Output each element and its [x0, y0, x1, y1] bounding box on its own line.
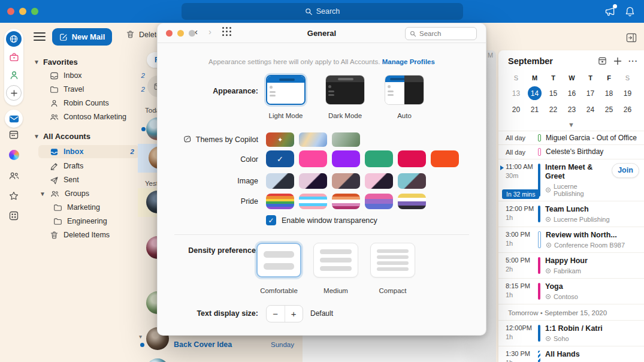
sidebar-item-groups[interactable]: ▼ Groups — [40, 187, 140, 200]
hamburger-menu-icon[interactable] — [34, 32, 46, 41]
rail-calendar-icon[interactable] — [0, 129, 28, 140]
event-title: 1:1 Robin / Katri — [545, 324, 639, 333]
agenda-event[interactable]: All day Miguel Garcia - Out of Office — [498, 131, 644, 144]
day-cell[interactable]: 18 — [600, 85, 618, 101]
close-window-button[interactable] — [7, 8, 14, 15]
sidebar-item-inbox-fav[interactable]: Inbox 2 — [49, 69, 150, 82]
day-cell[interactable]: 15 — [544, 85, 563, 101]
bell-icon[interactable] — [624, 6, 636, 17]
agenda-event[interactable]: 5:00 PM 2h Happy Hour Fabrikam — [498, 252, 644, 278]
collapse-panel-icon[interactable] — [626, 33, 637, 43]
decrease-text-size-button[interactable]: − — [267, 306, 285, 322]
agenda-event[interactable]: 12:00 PM 1h Team Lunch Lucerne Publishin… — [498, 201, 644, 227]
account-personal-icon[interactable] — [6, 67, 22, 83]
sidebar-item-deleted-items[interactable]: Deleted Items — [49, 228, 150, 242]
event-color-bar — [538, 351, 540, 362]
day-cell[interactable]: 14 — [525, 85, 544, 101]
pride-flag-swatch[interactable] — [266, 194, 294, 209]
appearance-option-auto[interactable]: Auto — [385, 75, 424, 119]
expand-month-chevron[interactable]: ▼ — [498, 121, 644, 128]
color-swatch[interactable]: ✓ — [299, 150, 327, 167]
settings-search-input[interactable] — [419, 30, 470, 37]
day-cell[interactable]: 13 — [507, 85, 525, 101]
global-search-input[interactable]: Search — [182, 3, 463, 20]
pride-flag-swatch[interactable] — [299, 194, 327, 209]
color-swatch[interactable]: ✓ — [266, 150, 294, 167]
add-event-icon[interactable] — [613, 57, 622, 65]
image-theme-swatch[interactable] — [332, 173, 360, 189]
join-meeting-button[interactable]: Join — [612, 163, 639, 178]
agenda-event[interactable]: All day Celeste's Birthday — [498, 144, 644, 158]
day-cell[interactable]: 21 — [525, 101, 544, 117]
account-work-icon[interactable] — [6, 49, 22, 65]
day-cell[interactable]: 22 — [544, 101, 563, 117]
sidebar-item-drafts[interactable]: Drafts 2 — [49, 159, 150, 173]
sidebar-item-robin-counts[interactable]: Robin Counts — [49, 96, 150, 110]
zoom-window-button[interactable] — [31, 8, 38, 15]
sidebar-item-inbox-selected[interactable]: Inbox 2 — [38, 145, 139, 158]
day-cell[interactable]: 20 — [507, 101, 525, 117]
image-theme-swatch[interactable] — [398, 173, 426, 189]
agenda-event[interactable]: 3:00 PM 1h Review with North... Conferen… — [498, 227, 644, 252]
color-swatches: ✓✓✓✓✓✓ — [266, 150, 459, 167]
image-theme-swatch[interactable] — [266, 173, 294, 189]
settings-search-field[interactable] — [405, 27, 477, 40]
sidebar-item-contoso-marketing[interactable]: Contoso Marketing — [49, 110, 150, 123]
day-cell[interactable]: 26 — [618, 101, 637, 117]
day-cell[interactable]: 19 — [618, 85, 637, 101]
agenda-event[interactable]: 11:00 AM 30m Intern Meet & Greet Lucerne… — [498, 159, 644, 201]
density-option[interactable]: Medium — [313, 243, 358, 294]
rail-mail-icon[interactable] — [5, 110, 23, 128]
color-swatch[interactable]: ✓ — [365, 150, 393, 167]
theme-swatch[interactable]: ✦ — [266, 132, 294, 147]
density-option[interactable]: Compact — [370, 243, 415, 294]
date-picker-icon[interactable] — [598, 56, 607, 65]
appearance-option-light[interactable]: Light Mode — [266, 75, 306, 119]
minimize-window-button[interactable] — [19, 8, 26, 15]
add-account-button[interactable] — [6, 85, 22, 101]
theme-swatch[interactable] — [299, 132, 327, 147]
chevron-down-icon: ▼ — [34, 133, 40, 140]
color-swatch[interactable]: ✓ — [431, 150, 459, 167]
new-mail-button[interactable]: New Mail — [52, 28, 112, 46]
day-cell[interactable]: 23 — [563, 101, 581, 117]
delete-button[interactable]: Delete — [126, 30, 161, 39]
rail-copilot-icon[interactable] — [0, 150, 28, 160]
event-time-column: All day — [506, 134, 537, 141]
announcements-icon[interactable] — [604, 5, 616, 17]
transparency-checkbox[interactable]: ✓ — [266, 215, 276, 225]
pride-flag-swatch[interactable] — [398, 194, 426, 209]
day-cell[interactable]: 17 — [581, 85, 600, 101]
density-option[interactable]: Comfortable — [256, 243, 301, 294]
appearance-option-dark[interactable]: Dark Mode — [325, 75, 365, 119]
collapse-thread-chevron[interactable]: ▾ — [139, 333, 142, 340]
more-options-icon[interactable]: ··· — [628, 56, 638, 65]
favorites-section-header[interactable]: ▼ Favorites — [34, 58, 78, 67]
color-swatch[interactable]: ✓ — [398, 150, 426, 167]
folder-icon — [49, 85, 59, 94]
day-cell[interactable]: 24 — [581, 101, 600, 117]
sidebar-item-travel[interactable]: Travel 2 — [49, 83, 150, 96]
pride-flag-swatch[interactable] — [365, 194, 393, 209]
rail-people-icon[interactable] — [0, 170, 28, 182]
manage-profiles-link[interactable]: Manage Profiles — [382, 58, 435, 65]
agenda-event[interactable]: 12:00PM 1h 1:1 Robin / Katri Soho — [498, 320, 644, 346]
image-theme-swatch[interactable] — [299, 173, 327, 189]
theme-swatch[interactable] — [332, 132, 360, 147]
folder-icon — [53, 217, 62, 226]
pride-flag-swatch[interactable] — [332, 194, 360, 209]
image-theme-swatch[interactable] — [365, 173, 393, 189]
rail-apps-icon[interactable] — [0, 210, 28, 221]
day-cell[interactable]: 16 — [563, 85, 581, 101]
increase-text-size-button[interactable]: + — [285, 306, 303, 322]
sidebar-item-sent[interactable]: Sent — [49, 173, 150, 186]
account-globe-icon[interactable] — [6, 31, 22, 47]
agenda-event[interactable]: 8:15 PM 1h Yoga Contoso — [498, 278, 644, 304]
color-swatch[interactable]: ✓ — [332, 150, 360, 167]
all-accounts-section-header[interactable]: ▼ All Accounts — [34, 132, 90, 141]
rail-favorites-star-icon[interactable] — [0, 191, 28, 201]
day-cell[interactable]: 25 — [600, 101, 618, 117]
event-location: Soho — [545, 335, 639, 342]
agenda-event[interactable]: 1:30 PM 1h All Hands Conf Room Wilkins — [498, 346, 644, 362]
search-placeholder: Search — [316, 7, 340, 16]
